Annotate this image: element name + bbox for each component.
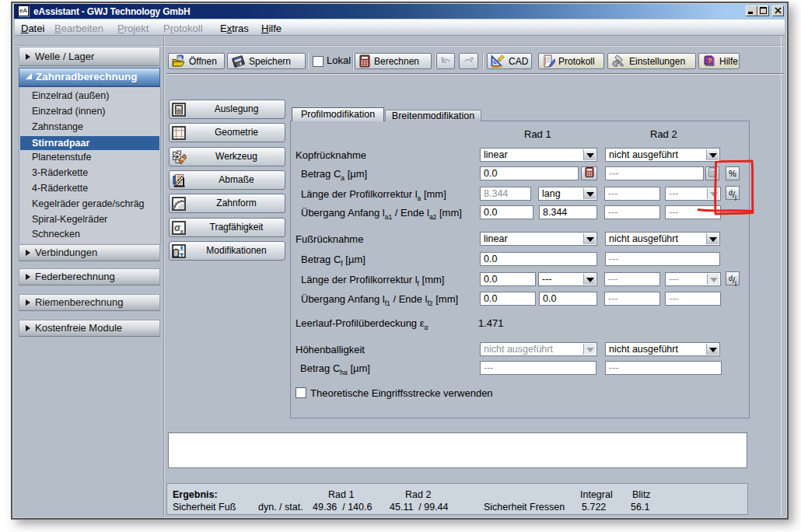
svg-text:x: x xyxy=(180,228,184,235)
svg-text:?: ? xyxy=(708,57,712,65)
